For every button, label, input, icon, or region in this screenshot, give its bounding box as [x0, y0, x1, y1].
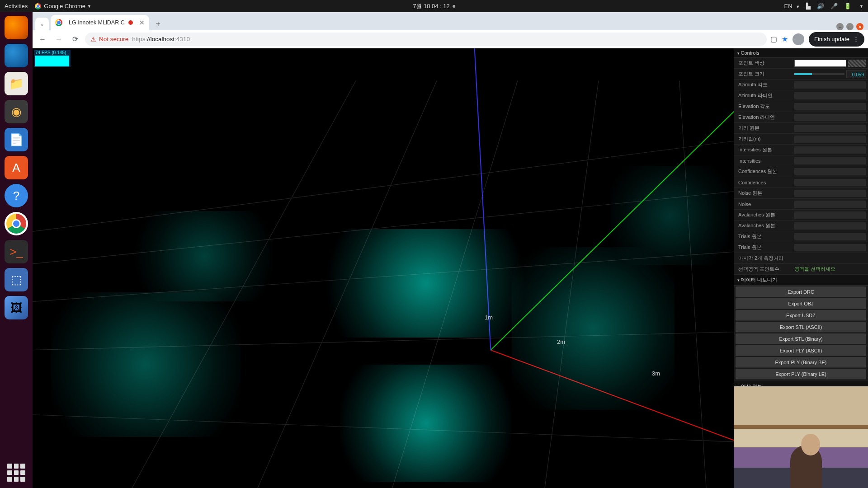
ubuntu-dock: 📁 ◉ 📄 A ? >_ ⬚ 🖼 [0, 12, 33, 488]
system-menu-chevron-icon[interactable]: ▼ [859, 4, 863, 9]
chevron-down-icon: ▼ [87, 4, 91, 9]
control-value-blank [794, 114, 866, 121]
dock-thunderbird[interactable] [5, 44, 28, 67]
control-row-7: 거리값(m) [734, 134, 868, 145]
tab-search-button[interactable]: ⌄ [35, 18, 49, 30]
address-bar[interactable]: ⚠ Not secure https://localhost:4310 [85, 33, 767, 46]
control-label: 선택영역 포인트수 [734, 266, 793, 272]
tab-close-button[interactable]: ✕ [139, 19, 145, 26]
slider-track[interactable] [794, 73, 844, 75]
control-row-14: Avalanches 원본 [734, 210, 868, 221]
export-button-export-obj[interactable]: Export OBJ [736, 298, 866, 309]
dock-rhythmbox[interactable]: ◉ [5, 100, 28, 123]
finish-update-button[interactable]: Finish update ⋮ [809, 32, 864, 47]
network-icon[interactable]: ▙ [806, 3, 811, 9]
control-value-blank [794, 211, 866, 219]
control-label: Avalanches 원본 [734, 222, 793, 229]
dock-help[interactable]: ? [5, 184, 28, 207]
control-label: Noise 원본 [734, 190, 793, 197]
control-label: Trials 원본 [734, 233, 793, 240]
recording-indicator-icon [128, 20, 133, 25]
export-button-export-stl-binary-[interactable]: Export STL (Binary) [736, 333, 866, 344]
control-label: 거리값(m) [734, 136, 793, 142]
control-value-blank [794, 92, 866, 99]
control-value-blank [794, 222, 866, 230]
dock-terminal[interactable]: >_ [5, 240, 28, 263]
dock-files[interactable]: 📁 [5, 72, 28, 95]
bookmark-star-icon[interactable]: ★ [782, 35, 788, 43]
control-label: Trials 원본 [734, 244, 793, 251]
slider-value[interactable]: 0.059 [846, 70, 866, 78]
url-port: :4310 [175, 36, 190, 42]
control-label: Elevation 라디언 [734, 114, 793, 121]
control-value-blank [794, 201, 866, 208]
control-label: Confidences [734, 180, 793, 185]
security-indicator[interactable]: ⚠ Not secure [90, 36, 128, 43]
pointcloud-cluster [137, 211, 272, 301]
clock[interactable]: 7월 18 04 : 12 [413, 2, 450, 10]
controls-panel: Controls 포인트 색상포인트 크기0.059Azimuth 각도Azim… [734, 48, 868, 392]
mic-icon[interactable]: 🎤 [830, 3, 838, 9]
control-row-3: Azimuth 라디언 [734, 90, 868, 101]
pointcloud-cluster [322, 229, 530, 338]
dock-screenshot[interactable]: ⬚ [5, 268, 28, 291]
color-grid-icon [848, 60, 866, 67]
control-label: 거리 원본 [734, 125, 793, 131]
app-menu[interactable]: Google Chrome ▼ [35, 3, 91, 9]
dock-ubuntu-software[interactable]: A [5, 156, 28, 179]
profile-avatar[interactable] [793, 33, 804, 45]
dock-chrome[interactable] [5, 212, 28, 235]
controls-panel-title[interactable]: Controls [734, 48, 868, 58]
chrome-icon [35, 3, 41, 9]
export-button-export-ply-binary-le-[interactable]: Export PLY (Binary LE) [736, 369, 866, 380]
control-row-4: Elevation 각도 [734, 101, 868, 112]
warning-icon: ⚠ [90, 36, 96, 43]
volume-icon[interactable]: 🔊 [817, 3, 824, 9]
battery-icon[interactable]: 🔋 [844, 3, 851, 9]
activities-button[interactable]: Activities [5, 3, 28, 9]
cast-icon[interactable]: ▢ [770, 35, 777, 43]
lidar-viewport[interactable]: 74 FPS (0-145) [33, 48, 868, 488]
export-button-export-stl-ascii-[interactable]: Export STL (ASCII) [736, 322, 866, 333]
forward-button[interactable]: → [52, 33, 65, 46]
control-row-0[interactable]: 포인트 색상 [734, 58, 868, 69]
export-button-export-ply-binary-be-[interactable]: Export PLY (Binary BE) [736, 357, 866, 368]
control-value-blank [794, 136, 866, 143]
dock-show-apps[interactable] [7, 464, 25, 482]
dock-firefox[interactable] [5, 16, 28, 39]
tab-active[interactable]: LG Innotek MLiDAR C ✕ [51, 15, 149, 30]
control-row-10: Confidences 원본 [734, 166, 868, 177]
control-row-1[interactable]: 포인트 크기0.059 [734, 69, 868, 80]
toolbar: ← → ⟳ ⚠ Not secure https://localhost:431… [33, 30, 868, 48]
control-value-blank [794, 179, 866, 186]
export-button-export-usdz[interactable]: Export USDZ [736, 310, 866, 321]
window-close-button[interactable]: ✕ [856, 23, 863, 30]
dock-libreoffice-writer[interactable]: 📄 [5, 128, 28, 151]
color-swatch[interactable] [794, 60, 846, 67]
back-button[interactable]: ← [36, 33, 49, 46]
export-button-export-drc[interactable]: Export DRC [736, 286, 866, 297]
window-maximize-button[interactable]: □ [846, 23, 854, 30]
control-value: 영역을 선택하세요 [793, 266, 868, 272]
control-label: 포인트 색상 [734, 60, 793, 66]
window-minimize-button[interactable]: – [836, 23, 844, 30]
gnome-top-bar: Activities Google Chrome ▼ 7월 18 04 : 12… [0, 0, 868, 12]
pointcloud-cluster [611, 166, 729, 265]
new-tab-button[interactable]: + [152, 18, 165, 30]
control-row-9: Intensities [734, 155, 868, 166]
control-label: 포인트 크기 [734, 70, 793, 77]
control-row-12: Noise 원본 [734, 188, 868, 199]
distance-label-1m: 1m [485, 314, 493, 321]
distance-label-2m: 2m [557, 338, 565, 345]
camera-preview [734, 386, 868, 488]
dock-image-viewer[interactable]: 🖼 [5, 296, 28, 319]
language-indicator[interactable]: EN ▼ [784, 3, 800, 9]
chrome-window: ⌄ LG Innotek MLiDAR C ✕ + – □ ✕ ← → ⟳ ⚠ … [33, 12, 868, 488]
tab-favicon [55, 19, 62, 26]
tab-title: LG Innotek MLiDAR C [69, 19, 125, 26]
export-button-export-ply-ascii-[interactable]: Export PLY (ASCII) [736, 345, 866, 356]
export-section-title[interactable]: 데이터 내보내기 [734, 275, 868, 286]
reload-button[interactable]: ⟳ [69, 33, 81, 46]
control-label: Intensities 원본 [734, 146, 793, 153]
control-row-18: 마지막 2개 측정거리 [734, 253, 868, 264]
